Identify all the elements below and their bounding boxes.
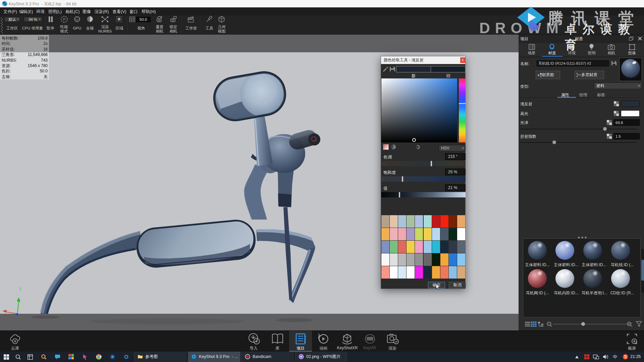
svg-text:P: P xyxy=(63,18,65,21)
svg-text:G: G xyxy=(76,18,78,21)
svg-text:y: y xyxy=(19,285,22,291)
